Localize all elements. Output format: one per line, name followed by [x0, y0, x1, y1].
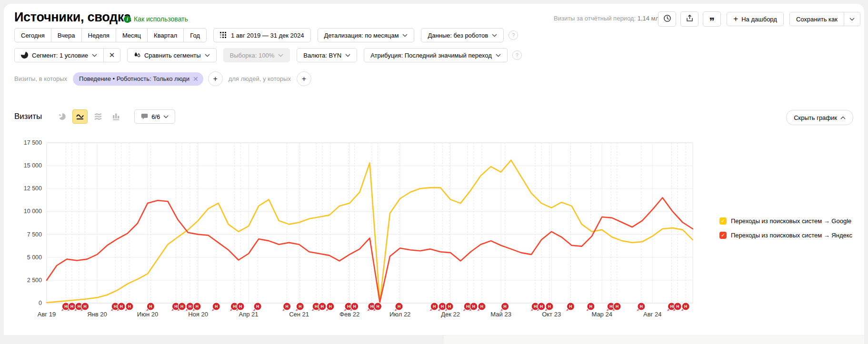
svg-text:Н: Н: [329, 304, 332, 309]
chevron-down-icon: [492, 34, 497, 37]
hide-chart-button[interactable]: Скрыть график: [786, 110, 853, 125]
svg-text:Н: Н: [504, 304, 507, 309]
chevron-down-icon: [92, 54, 97, 57]
svg-text:Н: Н: [670, 304, 673, 309]
svg-text:Н: Н: [64, 304, 67, 309]
save-as-menu-button[interactable]: [844, 12, 860, 26]
note-marker[interactable]: Н: [544, 303, 553, 311]
note-marker[interactable]: Н: [586, 303, 595, 311]
chevron-down-icon: [496, 54, 501, 57]
export-button[interactable]: [680, 11, 698, 27]
segment-group: Сегмент: 1 условие ✕: [14, 48, 120, 62]
note-marker[interactable]: Н: [566, 303, 575, 311]
svg-text:Н: Н: [448, 304, 451, 309]
note-marker[interactable]: Н: [325, 303, 334, 311]
svg-text:Н: Н: [215, 304, 218, 309]
legend-item-google[interactable]: ✓ Переходы из поисковых систем → Google: [719, 216, 852, 226]
chip-close-icon[interactable]: ✕: [193, 75, 199, 83]
data-mode-dropdown[interactable]: Данные: без роботов: [421, 28, 504, 42]
chart-type-columns-button[interactable]: [109, 109, 124, 124]
x-axis-tick: Янв 20: [87, 311, 107, 318]
note-marker[interactable]: Н: [185, 303, 194, 311]
notes-button[interactable]: ❞: [703, 11, 721, 27]
note-marker[interactable]: Н: [477, 303, 486, 311]
chart-legend: ✓ Переходы из поисковых систем → Google …: [719, 216, 852, 244]
series-line-0: [47, 160, 693, 303]
checkbox-yandex[interactable]: ✓: [719, 232, 727, 239]
currency-dropdown[interactable]: Валюта: BYN: [297, 48, 357, 62]
svg-text:Н: Н: [609, 304, 612, 309]
segment-clear-button[interactable]: ✕: [103, 48, 120, 62]
note-marker[interactable]: Н: [438, 303, 447, 311]
segment-dropdown[interactable]: Сегмент: 1 условие: [14, 48, 103, 62]
y-axis-tick: 0: [39, 300, 42, 306]
chart-type-area-button[interactable]: [90, 109, 106, 124]
period-month[interactable]: Месяц: [116, 28, 148, 42]
note-marker[interactable]: Н: [500, 303, 509, 311]
x-axis-tick: Май 23: [490, 311, 511, 318]
period-quarter[interactable]: Квартал: [147, 28, 184, 42]
period-yesterday[interactable]: Вчера: [51, 28, 82, 42]
chevron-up-icon: [840, 116, 846, 119]
period-week[interactable]: Неделя: [81, 28, 116, 42]
period-year[interactable]: Год: [183, 28, 207, 42]
note-marker[interactable]: Н: [636, 303, 645, 311]
chevron-down-icon: [163, 115, 169, 118]
how-to-use-link[interactable]: i Как использовать: [124, 15, 188, 23]
svg-text:Н: Н: [78, 304, 80, 309]
date-range-button[interactable]: 1 авг 2019 — 31 дек 2024: [213, 28, 311, 42]
add-to-dashboard-button[interactable]: + На дашборд: [727, 12, 784, 26]
visits-chart: 02 5005 0007 50010 00012 50015 00017 500…: [14, 139, 700, 321]
note-marker[interactable]: Н: [394, 303, 403, 311]
save-as-button[interactable]: Сохранить как: [789, 12, 844, 26]
detalization-dropdown[interactable]: Детализация: по месяцам: [318, 28, 415, 42]
svg-text:Н: Н: [299, 304, 301, 309]
note-marker[interactable]: Н: [681, 303, 690, 311]
svg-text:Н: Н: [70, 304, 73, 309]
x-axis-tick: Сен 21: [289, 311, 309, 318]
chart-type-line-button[interactable]: [72, 109, 88, 124]
y-axis-tick: 15 000: [24, 162, 42, 169]
note-marker[interactable]: Н: [124, 303, 133, 311]
attribution-dropdown[interactable]: Атрибуция: Последний значимый переход: [364, 48, 508, 62]
add-user-condition-button[interactable]: +: [297, 71, 311, 86]
note-marker[interactable]: Н: [429, 303, 439, 311]
chevron-down-icon: [849, 18, 855, 21]
chart-notes-dropdown[interactable]: 6/6: [134, 109, 175, 124]
add-visit-condition-button[interactable]: +: [208, 71, 223, 86]
chart-type-pie-button[interactable]: [54, 109, 70, 124]
speech-bubble-icon: [141, 113, 148, 120]
pie-chart-icon: [58, 113, 66, 120]
share-icon: [686, 14, 694, 24]
calendar-grid-icon: [220, 32, 227, 39]
date-range-label: 1 авг 2019 — 31 дек 2024: [231, 32, 304, 39]
next-section-edge: [444, 335, 864, 344]
segment-condition-chip[interactable]: Поведение • Роботность: Только люди ✕: [73, 72, 203, 86]
visits-summary: Визиты за отчётный период: 1,14 млн: [554, 15, 662, 22]
x-axis-tick: Окт 23: [542, 311, 561, 318]
visits-in-which-label: Визиты, в которых: [14, 75, 67, 82]
svg-text:Н: Н: [189, 304, 191, 309]
note-marker[interactable]: Н: [211, 303, 220, 311]
schedule-button[interactable]: [658, 11, 676, 27]
x-axis-tick: Апр 21: [239, 311, 259, 318]
clock-icon: [663, 14, 671, 24]
x-axis-tick: Дек 22: [441, 311, 460, 318]
data-mode-help-icon[interactable]: ?: [509, 30, 518, 40]
x-axis-tick: Фев 22: [339, 311, 359, 318]
sampling-dropdown[interactable]: Выборка: 100%: [223, 48, 290, 62]
note-marker[interactable]: Н: [282, 303, 291, 311]
svg-text:Н: Н: [548, 304, 551, 309]
note-marker[interactable]: Н: [146, 303, 155, 311]
note-marker[interactable]: Н: [253, 303, 262, 311]
top-actions: ❞ + На дашборд Сохранить как: [654, 11, 860, 27]
checkbox-google[interactable]: ✓: [719, 217, 727, 225]
compare-segments-dropdown[interactable]: Сравнить сегменты: [127, 48, 217, 62]
series-line-1: [47, 198, 693, 303]
legend-item-yandex[interactable]: ✓ Переходы из поисковых систем → Яндекс: [719, 230, 852, 240]
svg-text:Н: Н: [684, 304, 687, 309]
period-today[interactable]: Сегодня: [14, 28, 51, 42]
note-marker[interactable]: Н: [295, 303, 304, 311]
plus-icon: +: [733, 14, 738, 24]
attribution-help-icon[interactable]: ?: [512, 50, 522, 60]
